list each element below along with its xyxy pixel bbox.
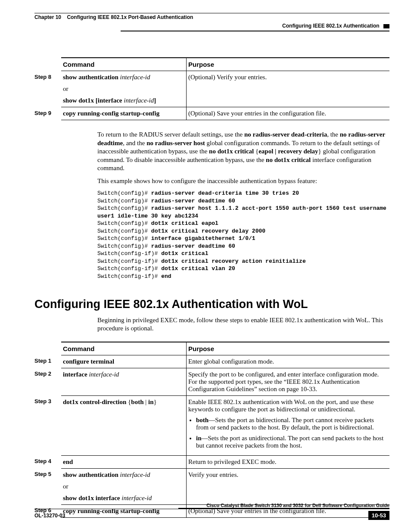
cmd-arg: interface-id <box>121 495 152 501</box>
page: Chapter 10 Configuring IEEE 802.1x Port-… <box>0 0 411 532</box>
section-marker-icon <box>383 24 389 28</box>
table-row: Step 5 show authentication interface-id … <box>34 468 389 504</box>
purpose-text: (Optional) Verify your entries. <box>187 71 390 107</box>
table-row: Step 2 interface interface-id Specify th… <box>34 368 389 395</box>
step-label: Step 1 <box>34 355 61 368</box>
table-row: Step 8 show authentication interface-id … <box>34 71 389 107</box>
heading-wol: Configuring IEEE 802.1x Authentication w… <box>34 298 389 311</box>
step-label: Step 9 <box>34 107 61 120</box>
intro-paragraph: Beginning in privileged EXEC mode, follo… <box>97 316 389 333</box>
top-rule <box>34 13 389 13</box>
cmd-text: configure terminal <box>63 358 114 365</box>
purpose-text: Enter global configuration mode. <box>187 355 390 368</box>
cmd-arg: interface-id <box>120 74 150 81</box>
cmd-text: copy running-config startup-config <box>63 110 159 117</box>
cmd-text: show authentication <box>63 74 120 81</box>
body-paragraph: To return to the RADIUS server default s… <box>97 131 389 280</box>
table-row: Step 1 configure terminal Enter global c… <box>34 355 389 368</box>
section-header: Configuring IEEE 802.1x Authentication <box>34 23 389 29</box>
cmd-or: or <box>63 483 183 490</box>
cmd-text: show dot1x interface <box>63 495 121 501</box>
steps-table-1: Command Purpose Step 8 show authenticati… <box>34 57 389 120</box>
step-label: Step 8 <box>34 71 61 107</box>
chapter-header: Chapter 10 Configuring IEEE 802.1x Port-… <box>34 14 389 20</box>
chapter-label: Chapter 10 <box>34 14 61 20</box>
step-label: Step 3 <box>34 395 61 455</box>
footer-doc-number: OL-13270-03 <box>34 513 65 519</box>
example-lead: This example shows how to configure the … <box>97 177 389 186</box>
step-label: Step 4 <box>34 455 61 468</box>
section-title: Configuring IEEE 802.1x Authentication <box>282 23 380 29</box>
cmd-text: dot1x control-direction <box>63 398 128 405</box>
cmd-text: interface <box>63 371 89 378</box>
cmd-arg: interface-id <box>124 97 154 104</box>
list-item: in—Sets the port as unidirectional. The … <box>196 435 386 449</box>
cmd-text: show dot1x <box>63 97 96 104</box>
cmd-arg: interface-id <box>120 471 150 478</box>
footer-rule <box>34 509 389 509</box>
purpose-text: Enable IEEE 802.1x authentication with W… <box>188 398 386 413</box>
footer-doc-title: Cisco Catalyst Blade Switch 3130 and 303… <box>34 503 389 508</box>
purpose-text: Return to privileged EXEC mode. <box>187 455 390 468</box>
steps-table-2: Command Purpose Step 1 configure termina… <box>34 342 389 518</box>
table-row: Step 9 copy running-config startup-confi… <box>34 107 389 120</box>
table1-head-purpose: Purpose <box>187 58 390 71</box>
purpose-text: (Optional) Save your entries in the conf… <box>187 107 390 120</box>
list-item: both—Sets the port as bidirectional. The… <box>196 417 386 431</box>
cmd-or: or <box>63 85 183 93</box>
table2-head-purpose: Purpose <box>187 342 390 355</box>
step-label: Step 5 <box>34 468 61 504</box>
header-rule <box>121 31 389 31</box>
table-row: Step 4 end Return to privileged EXEC mod… <box>34 455 389 468</box>
page-footer: Cisco Catalyst Blade Switch 3130 and 303… <box>34 503 389 520</box>
purpose-text: Verify your entries. <box>187 468 390 504</box>
chapter-title: Configuring IEEE 802.1x Port-Based Authe… <box>67 14 193 20</box>
cmd-text: end <box>63 458 73 465</box>
table2-head-command: Command <box>61 342 187 355</box>
code-block: Switch(config)# radius-server dead-crite… <box>97 190 389 280</box>
cmd-arg: interface-id <box>89 371 119 378</box>
table-row: Step 3 dot1x control-direction {both | i… <box>34 395 389 455</box>
cmd-text: show authentication <box>63 471 120 478</box>
step-label: Step 2 <box>34 368 61 395</box>
page-number-badge: 10-53 <box>368 511 389 520</box>
table1-head-command: Command <box>61 58 187 71</box>
